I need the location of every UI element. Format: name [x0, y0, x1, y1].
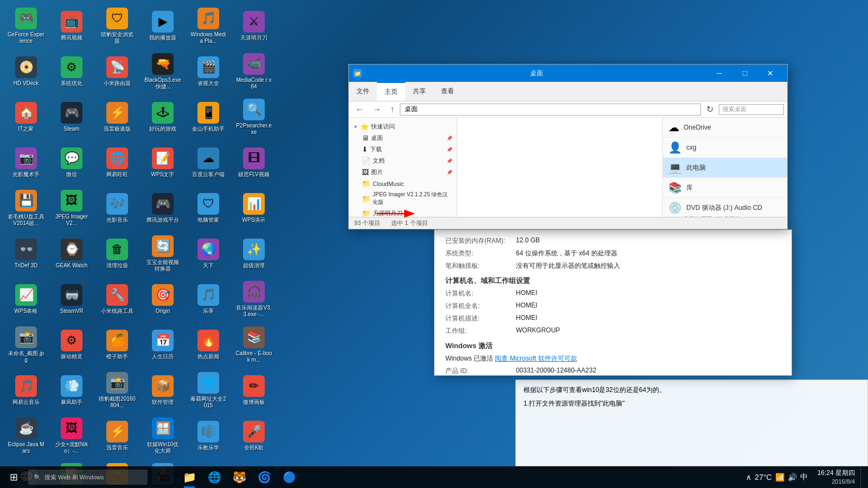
tray-expand[interactable]: ∧ — [746, 473, 751, 481]
desktop-icon-jinshan360[interactable]: 🛡 猎豹安全浏览器 — [97, 5, 138, 47]
rpi-thispc[interactable]: 💻 此电脑 — [663, 158, 787, 178]
desktop-icon-baidu-cloud[interactable]: ☁ 百度云客户端 — [188, 142, 229, 183]
desktop-icon-lexp[interactable]: 🎵 乐享 — [188, 279, 229, 320]
taskbar-app-app3[interactable]: 🌀 — [252, 466, 277, 488]
sidebar-quickaccess-header[interactable]: ▼ ⭐ 快速访问 — [349, 121, 457, 132]
maximize-button[interactable]: □ — [732, 65, 757, 82]
desktop-icon-miwifi-tools[interactable]: 🔧 小米线路工具 — [97, 279, 138, 320]
sidebar-item-pics[interactable]: 🖼 图片 📌 — [349, 166, 457, 178]
tab-share[interactable]: 共享 — [405, 82, 433, 101]
search-box[interactable]: 搜索桌面 — [719, 104, 784, 115]
tab-view[interactable]: 查看 — [433, 82, 462, 101]
desktop-icon-ruanjian[interactable]: 📦 软件管理 — [142, 370, 183, 411]
desktop-icon-cleanwind[interactable]: 💨 暴风助手 — [51, 370, 92, 411]
desktop-icon-tianyamoon[interactable]: ⚔ 天涯明月刀 — [233, 5, 275, 47]
desktop-icon-shaonv[interactable]: 🖼 少女×泥默Niko）-... — [51, 415, 92, 457]
desktop-icon-clean[interactable]: 🗑 清理垃圾 — [97, 233, 138, 274]
desktop-icon-jiayou[interactable]: ⚙ 驱动精灵 — [51, 324, 92, 365]
desktop-icon-tianxia[interactable]: 🌏 天下 — [188, 233, 229, 274]
taskbar-app-explorer[interactable]: 📁 — [177, 466, 202, 488]
sidebar-item-jpeg[interactable]: 📁 JPEG Imager V2.1.2.25 绿色汉化版 — [349, 189, 457, 208]
taskbar-app-browser2[interactable]: 🐯 — [227, 466, 252, 488]
rpi-library[interactable]: 📚 库 — [663, 178, 787, 198]
desktop-icon-blackops[interactable]: 🔫 BlackOps3.exe·快捷... — [142, 51, 183, 92]
desktop-icon-hd-vdeck[interactable]: 📀 HD VDeck — [5, 51, 47, 92]
desktop-icon-qqvideo[interactable]: 📺 腾讯视频 — [51, 5, 92, 47]
desktop-icon-haoyou[interactable]: 🕹 好玩的游戏 — [142, 97, 183, 138]
desktop-icon-wechat[interactable]: 💬 微信 — [51, 142, 92, 183]
desktop-icon-wps-table[interactable]: 📈 WPS表格 — [5, 279, 47, 320]
desktop-icon-win10opt[interactable]: 🪟 软媒Win10优化大师 — [142, 415, 183, 457]
desktop-icon-jpeg-imager[interactable]: 🖼 JPEG Imager V2... — [51, 188, 92, 229]
desktop-icon-flv[interactable]: 🎞 硕思FLV视频 — [233, 142, 275, 183]
taskbar-search[interactable]: 🔍 搜索 Web 和 Windows — [28, 470, 148, 485]
close-button[interactable]: ✕ — [758, 65, 783, 82]
address-bar[interactable]: 桌面 — [400, 104, 701, 115]
desktop-icon-p2psearch[interactable]: 🔍 P2Psearcher.exe — [233, 97, 275, 138]
desktop-icon-xunlei[interactable]: ⚡ 迅雷极速版 — [97, 97, 138, 138]
desktop-icon-guangying2[interactable]: 🎶 光影音乐 — [97, 188, 138, 229]
desktop-icon-diannao[interactable]: 🛡 电脑管家 — [188, 188, 229, 229]
desktop-icon-eclipse[interactable]: ☕ Eclipse Java Mars — [5, 415, 47, 457]
desktop-icon-wangye[interactable]: 🌐 网易旺旺 — [97, 142, 138, 183]
desktop-icon-fullvideo[interactable]: 🔄 宝宝全能视频转换器 — [142, 233, 183, 274]
taskbar-app-taskview[interactable]: 🗂 — [152, 466, 177, 488]
desktop-icon-guangfa[interactable]: 📷 光影魔术手 — [5, 142, 47, 183]
tab-file[interactable]: 文件 — [349, 82, 377, 101]
desktop-icon-calibre[interactable]: 📚 Calibre - E-book m... — [233, 324, 275, 365]
tray-ime[interactable]: 中 — [800, 472, 808, 482]
sidebar-item-tianya[interactable]: 📁 天涯明月刀 — [349, 208, 457, 217]
desktop-icon-tridef3d[interactable]: 👓 TriDef 3D — [5, 233, 47, 274]
desktop-icon-itzhijia[interactable]: 🏠 IT之家 — [5, 97, 47, 138]
clock[interactable]: 16:24 星期四 2016/8/4 — [814, 469, 858, 485]
desktop-icon-windowsmedia[interactable]: 🎵 Windows Media Pla... — [188, 5, 229, 47]
desktop-icon-usb2014[interactable]: 💾 老毛桃U盘工具V2014超... — [5, 188, 47, 229]
rpi-cxg[interactable]: 👤 cxg — [663, 138, 787, 158]
sidebar-item-desktop[interactable]: 🖥 桌面 📌 — [349, 132, 457, 144]
desktop-icon-chaoqing[interactable]: ✨ 超级清理 — [233, 233, 275, 274]
sidebar-item-download[interactable]: ⬇ 下载 📌 — [349, 144, 457, 155]
up-button[interactable]: ↑ — [387, 104, 398, 115]
desktop-icon-screenshot2[interactable]: 📸 猎豹截图20160804... — [97, 370, 138, 411]
rpi-onedrive[interactable]: ☁ OneDrive — [663, 118, 787, 138]
desktop-icon-mymedia[interactable]: ▶ 我的播放器 — [142, 5, 183, 47]
desktop-icon-sysopt[interactable]: ⚙ 系统优化 — [51, 51, 92, 92]
taskbar-app-weibo[interactable]: 🔵 — [277, 466, 302, 488]
desktop-icon-mirouter[interactable]: 📡 小米路由器 — [97, 51, 138, 92]
taskbar-app-edge[interactable]: 🌐 — [202, 466, 227, 488]
desktop-icon-hotspot[interactable]: 🔥 热点新闻 — [188, 324, 229, 365]
desktop-icon-quanmin[interactable]: 🎤 全民K歌 — [233, 415, 275, 457]
sysinfo-license-link[interactable]: 阅查 Microsoft 软件许可可款 — [495, 354, 577, 363]
desktop-icon-wps-present[interactable]: 📊 WPS演示 — [233, 188, 275, 229]
desktop-icon-geak[interactable]: ⌚ GEAK Watch — [51, 233, 92, 274]
sidebar-item-docs[interactable]: 📄 文档 📌 — [349, 155, 457, 166]
desktop-icon-xunlei-sound[interactable]: ⚡ 迅雷音乐 — [97, 415, 138, 457]
desktop-icon-mediacode[interactable]: 📹 MediaCode r x64 — [233, 51, 275, 92]
tab-home[interactable]: 主页 — [377, 82, 405, 101]
desktop-icon-giantvideo[interactable]: 🎬 省视大全 — [188, 51, 229, 92]
desktop-icon-wandou[interactable]: 🌐 毒霸网址大全2015 — [188, 370, 229, 411]
tray-volume[interactable]: 🔊 — [788, 473, 797, 481]
back-button[interactable]: ← — [352, 104, 367, 115]
desktop-icon-wps-text[interactable]: 📝 WPS文字 — [142, 142, 183, 183]
desktop-icon-screenshot-jpg[interactable]: 📸 未命名_截图.jpg — [5, 324, 47, 365]
rpi-dvd[interactable]: 💿 DVD 驱动器 (J:) Audio CD 0 字节 可用，共 0 字节CD… — [663, 198, 787, 217]
desktop-icon-steam[interactable]: 🎮 Steam — [51, 97, 92, 138]
desktop-icon-jinshanmobile[interactable]: 📱 金山手机助手 — [188, 97, 229, 138]
show-desktop-button[interactable] — [860, 467, 864, 487]
desktop-icon-steamvr[interactable]: 🥽 SteamVR — [51, 279, 92, 320]
refresh-button[interactable]: ↻ — [703, 103, 717, 115]
start-button[interactable]: ⊞ — [0, 466, 27, 488]
tray-network[interactable]: 📶 — [775, 473, 784, 481]
desktop-icon-orange-helper[interactable]: 🍊 橙子助手 — [97, 324, 138, 365]
desktop-icon-music-player[interactable]: 🎧 音乐阅读器V3.3.exe -... — [233, 279, 275, 320]
sidebar-item-cloudmusic[interactable]: 📁 CloudMusic — [349, 178, 457, 189]
desktop-icon-renri[interactable]: 📅 人生日历 — [142, 324, 183, 365]
minimize-button[interactable]: ─ — [707, 65, 732, 82]
desktop-icon-netease[interactable]: 🎵 网易云音乐 — [5, 370, 47, 411]
desktop-icon-learnmusic[interactable]: 🎼 乐教乐学 — [188, 415, 229, 457]
desktop-icon-tencentgame[interactable]: 🎮 腾讯游戏平台 — [142, 188, 183, 229]
forward-button[interactable]: → — [369, 104, 385, 115]
desktop-icon-weibo-canvas[interactable]: ✏ 微博画板 — [233, 370, 275, 411]
desktop-icon-origin[interactable]: 🎯 Origin — [142, 279, 183, 320]
